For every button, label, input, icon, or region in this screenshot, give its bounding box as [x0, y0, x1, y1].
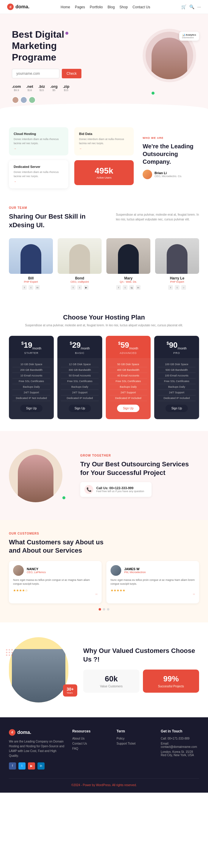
plan-advanced-tier: ADVANCED: [109, 351, 147, 354]
search-icon[interactable]: 🔍: [189, 4, 194, 9]
member-role-bond: CEO, craftpoint: [58, 280, 102, 283]
review-dot-nav: [9, 608, 199, 611]
stat-org: .org $5: [50, 84, 58, 92]
outsource-person-circle: [9, 449, 62, 502]
team-grid: Bill PHP Expert f t in Bond CEO, craftpo…: [9, 238, 199, 290]
stat-projects-value: 99%: [148, 674, 194, 683]
cloud-hosting-card: Cloud Hosting Donec interdum diam at nul…: [9, 127, 68, 155]
bid-data-link[interactable]: →: [79, 147, 82, 150]
call-box: 📞 Call Us: 00+122-333-999 Feel free tell…: [80, 482, 152, 497]
stat-customers-value: 60k: [88, 674, 135, 683]
nav-contact[interactable]: Contact Us: [132, 5, 150, 9]
plan-advanced-signup[interactable]: Sign Up: [117, 405, 140, 412]
review-nancy-stars: ★★★★☆: [13, 589, 98, 592]
nav-home[interactable]: Home: [61, 5, 70, 9]
logo-icon: d: [7, 4, 14, 10]
nav-portfolio[interactable]: Portfolio: [90, 5, 103, 9]
plan-starter-header: $19/month STARTER: [9, 336, 54, 358]
twitter-icon-4[interactable]: t: [175, 285, 180, 290]
bid-data-card: Bid Data Donec interdum diam at nulla rh…: [74, 127, 134, 155]
team-member-mary: Mary QA - Web. De. f t ig in: [106, 238, 150, 290]
dot-nav-2[interactable]: [103, 608, 105, 611]
nav-icons: 🛒 🔍 ···: [181, 4, 201, 9]
menu-icon[interactable]: ···: [197, 4, 201, 9]
badge-sub: Years: [67, 691, 74, 694]
plan-pro-tier: PRO: [158, 351, 196, 354]
avatar-3: [28, 96, 36, 103]
facebook-icon-2[interactable]: f: [71, 285, 76, 290]
footer-about[interactable]: About Us: [72, 737, 84, 740]
member-name-harry: Harry Le: [155, 276, 199, 280]
footer-contact[interactable]: Contact Us: [72, 742, 87, 745]
cloud-hosting-link[interactable]: →: [14, 147, 16, 150]
team-photo-bond: [58, 238, 102, 274]
facebook-icon-3[interactable]: f: [116, 285, 121, 290]
footer-policy[interactable]: Policy: [116, 737, 125, 740]
whyus-section: 30+ Years Why Our Valued Customers Choos…: [0, 622, 208, 717]
meeting-silhouette: [12, 649, 66, 703]
call-number: Call Us: 00+122-333-999: [96, 486, 144, 490]
dot-nav-1[interactable]: [99, 608, 101, 611]
review-nancy-meta: NANCY CEO, LaFfemcs: [27, 567, 46, 574]
hero-section: Best Digital Marketing Programe Check .c…: [0, 14, 208, 103]
plan-advanced-header: $59/month ADVANCED: [106, 336, 151, 358]
review-nancy-avatar: [13, 565, 24, 576]
hero-person-silhouette: [152, 38, 187, 79]
hero-dot-purple: [66, 32, 68, 35]
hero-title: Best Digital Marketing Programe: [12, 29, 95, 63]
twitter-icon[interactable]: t: [28, 285, 33, 290]
member-name-bond: Bond: [58, 276, 102, 280]
nav-blog[interactable]: Blog: [108, 5, 115, 9]
social-linkedin[interactable]: in: [37, 763, 45, 770]
facebook-icon[interactable]: f: [22, 285, 27, 290]
twitter-icon-2[interactable]: t: [77, 285, 82, 290]
social-youtube[interactable]: ▶: [28, 763, 35, 770]
card-left-column: Cloud Hosting Donec interdum diam at nul…: [9, 127, 68, 188]
plan-starter-signup[interactable]: Sign Up: [20, 405, 43, 412]
instagram-icon[interactable]: ig: [129, 285, 134, 290]
review-james: JAMES W PM, Microelectron Nunc eget mass…: [106, 561, 199, 603]
youtube-icon[interactable]: ▶: [84, 285, 88, 290]
member-role-harry: PHP Expert: [155, 280, 199, 283]
social-icons-bond: f t ▶: [58, 285, 102, 290]
outsource-small-label: GROW TOGETHER: [80, 454, 199, 457]
phone-icon: 📞: [84, 485, 93, 494]
twitter-icon-3[interactable]: t: [123, 285, 128, 290]
member-name-mary: Mary: [106, 276, 150, 280]
dedicated-server-link[interactable]: →: [14, 180, 16, 183]
team-description: Suspendisse at urna pulvinar, molestie e…: [116, 212, 199, 222]
footer-contact-title: Get in Touch: [161, 729, 199, 733]
footer-logo-icon: d: [9, 729, 16, 736]
domain-input[interactable]: [12, 69, 59, 78]
nav-pages[interactable]: Pages: [75, 5, 85, 9]
social-twitter[interactable]: t: [19, 763, 26, 770]
circle-icon[interactable]: ○: [181, 285, 186, 290]
facebook-icon-4[interactable]: f: [168, 285, 173, 290]
plan-basic-signup[interactable]: Sign Up: [69, 405, 91, 412]
linkedin-icon[interactable]: in: [35, 285, 40, 290]
logo-text: doma.: [16, 4, 29, 9]
cart-icon[interactable]: 🛒: [181, 4, 186, 9]
dedicated-server-card: Dedicated Server Donec interdum diam at …: [9, 160, 68, 188]
avatar-2: [20, 96, 27, 103]
plan-pro-signup[interactable]: Sign Up: [165, 405, 188, 412]
review-james-role: PM, Microelectron: [124, 571, 146, 574]
dot-nav-3[interactable]: [107, 608, 109, 611]
cloud-hosting-desc: Donec interdum diam at nulla rhoncus lac…: [14, 137, 63, 145]
footer-phone: Call: 00+171-333-889: [161, 737, 189, 740]
call-subtitle: Feel free tell us if you have any questi…: [96, 490, 144, 493]
logo[interactable]: d doma.: [7, 4, 29, 10]
footer-contact-info: Call: 00+171-333-889 Email: contact@doma…: [161, 737, 199, 757]
linkedin-icon-2[interactable]: in: [136, 285, 140, 290]
company-heading: We're the Leading Outsourcing Company.: [142, 143, 196, 165]
cloud-hosting-title: Cloud Hosting: [14, 132, 63, 135]
team-photo-mary: [106, 238, 150, 274]
footer-support[interactable]: Support Ticket: [116, 742, 135, 745]
social-facebook[interactable]: f: [9, 763, 16, 770]
nav-shop[interactable]: Shop: [120, 5, 128, 9]
footer-faq[interactable]: FAQ: [72, 747, 78, 750]
hero-text: Best Digital Marketing Programe Check .c…: [12, 29, 95, 103]
dedicated-server-title: Dedicated Server: [14, 165, 63, 168]
check-button[interactable]: Check: [62, 69, 81, 78]
review-james-text: Nunc eget massa eu tellus proin congue u…: [110, 578, 195, 586]
